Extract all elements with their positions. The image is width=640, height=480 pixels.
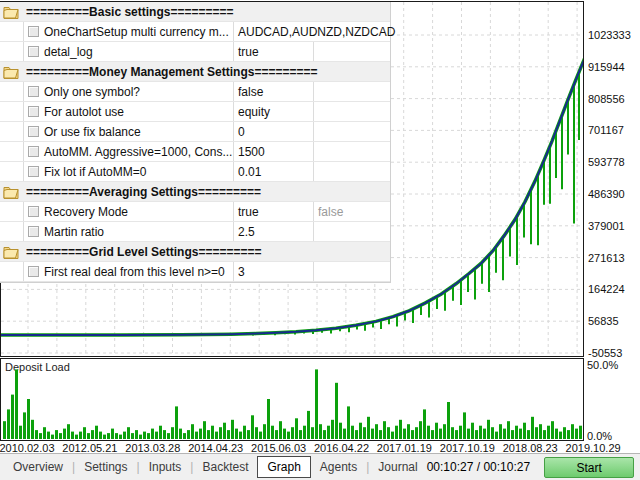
tab-journal[interactable]: Journal [369,457,426,477]
param-checkbox[interactable] [28,26,39,37]
section-label: =========Basic settings========= [26,2,234,22]
param-value[interactable]: 0.01 [238,162,261,182]
param-name: AutoMM. Aggressive=1000, Cons... [44,142,232,162]
deposit-load-panel: Deposit Load [0,358,584,441]
settings-section-row[interactable]: =========Averaging Settings========= [0,182,390,202]
param-name: Recovery Mode [44,202,128,222]
settings-param-row[interactable]: Recovery Modetruefalse [0,202,390,222]
param-value[interactable]: false [238,82,263,102]
param-value[interactable]: 1500 [238,142,265,162]
param-name: OneChartSetup multi currency m... [44,22,229,42]
y-axis-tick-label: 1023333 [588,29,640,41]
param-name: Only one symbol? [44,82,140,102]
strategy-tester-window: 1023333915944808556701167593778486390379… [0,0,640,480]
settings-param-row[interactable]: First real deal from this level n>=03 [0,262,390,282]
param-checkbox[interactable] [28,206,39,217]
deposit-max-label: 50.0% [587,359,618,371]
param-value[interactable]: AUDCAD,AUDNZD,NZDCAD [238,22,395,42]
y-axis-tick-label: 379001 [588,220,640,232]
input-settings-table: =========Basic settings=========OneChart… [0,2,391,283]
section-label: =========Money Management Settings======… [26,62,318,82]
y-axis-tick-label: 808556 [588,93,640,105]
y-axis-tick-label: -50553 [588,347,640,359]
tab-inputs[interactable]: Inputs [140,457,191,477]
param-name: Fix lot if AutoMM=0 [44,162,146,182]
param-checkbox[interactable] [28,46,39,57]
settings-param-row[interactable]: OneChartSetup multi currency m...AUDCAD,… [0,22,390,42]
settings-param-row[interactable]: For autolot useequity [0,102,390,122]
y-axis-tick-label: 593778 [588,156,640,168]
y-axis-tick-label: 271613 [588,252,640,264]
y-axis-tick-label: 56835 [588,315,640,327]
deposit-load-canvas [1,359,583,440]
tab-overview[interactable]: Overview [4,457,72,477]
param-value[interactable]: 0 [238,122,245,142]
param-name: Or use fix balance [44,122,141,142]
param-checkbox[interactable] [28,166,39,177]
param-extra-value: false [318,202,343,222]
deposit-min-label: 0.0% [587,430,612,442]
param-checkbox[interactable] [28,266,39,277]
tab-agents[interactable]: Agents [311,457,366,477]
settings-param-row[interactable]: Martin ratio2.5 [0,222,390,242]
param-checkbox[interactable] [28,226,39,237]
settings-param-row[interactable]: AutoMM. Aggressive=1000, Cons...1500 [0,142,390,162]
settings-section-row[interactable]: =========Money Management Settings======… [0,62,390,82]
settings-param-row[interactable]: detal_logtrue [0,42,390,62]
param-checkbox[interactable] [28,146,39,157]
param-name: For autolot use [44,102,124,122]
section-label: =========Averaging Settings========= [26,182,261,202]
param-checkbox[interactable] [28,86,39,97]
tab-graph[interactable]: Graph [257,456,310,478]
settings-param-row[interactable]: Fix lot if AutoMM=00.01 [0,162,390,182]
param-name: Martin ratio [44,222,104,242]
param-value[interactable]: 2.5 [238,222,255,242]
settings-section-row[interactable]: =========Grid Level Settings========= [0,242,390,262]
tester-tab-bar: Overview|Settings|Inputs|BacktestGraphAg… [0,453,640,480]
test-timer: 00:10:27 / 00:10:27 [427,460,544,474]
settings-section-row[interactable]: =========Basic settings========= [0,2,390,22]
y-axis-tick-label: 164224 [588,283,640,295]
param-value[interactable]: true [238,42,259,62]
param-name: First real deal from this level n>=0 [44,262,225,282]
tab-settings[interactable]: Settings [75,457,136,477]
start-button[interactable]: Start [544,457,634,478]
param-name: detal_log [44,42,93,62]
settings-param-row[interactable]: Only one symbol?false [0,82,390,102]
settings-param-row[interactable]: Or use fix balance0 [0,122,390,142]
tabs-container: Overview|Settings|Inputs|BacktestGraphAg… [4,456,427,478]
param-checkbox[interactable] [28,106,39,117]
y-axis-tick-label: 915944 [588,61,640,73]
param-value[interactable]: true [238,202,259,222]
param-value[interactable]: equity [238,102,270,122]
param-value[interactable]: 3 [238,262,245,282]
y-axis-tick-label: 486390 [588,188,640,200]
tab-backtest[interactable]: Backtest [193,457,257,477]
section-label: =========Grid Level Settings========= [26,242,262,262]
param-checkbox[interactable] [28,126,39,137]
y-axis-tick-label: 701167 [588,124,640,136]
